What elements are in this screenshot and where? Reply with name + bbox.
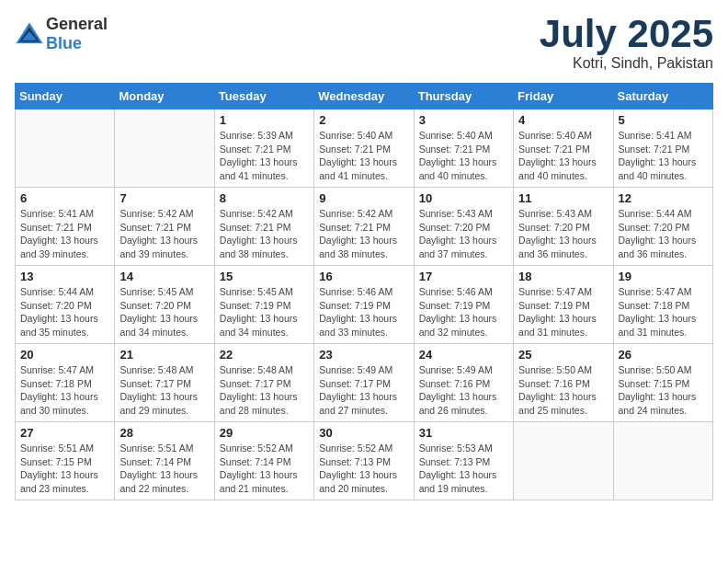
week-row-5: 27Sunrise: 5:51 AM Sunset: 7:15 PM Dayli…: [16, 422, 713, 500]
calendar-cell: 26Sunrise: 5:50 AM Sunset: 7:15 PM Dayli…: [613, 344, 712, 422]
day-number: 24: [419, 348, 508, 362]
day-detail: Sunrise: 5:43 AM Sunset: 7:20 PM Dayligh…: [419, 207, 508, 261]
day-detail: Sunrise: 5:45 AM Sunset: 7:19 PM Dayligh…: [220, 285, 309, 339]
day-detail: Sunrise: 5:43 AM Sunset: 7:20 PM Dayligh…: [518, 207, 608, 261]
day-number: 4: [518, 113, 608, 127]
day-detail: Sunrise: 5:48 AM Sunset: 7:17 PM Dayligh…: [220, 363, 309, 418]
calendar-cell: 15Sunrise: 5:45 AM Sunset: 7:19 PM Dayli…: [214, 266, 313, 344]
calendar-table: SundayMondayTuesdayWednesdayThursdayFrid…: [15, 83, 713, 500]
day-detail: Sunrise: 5:49 AM Sunset: 7:17 PM Dayligh…: [319, 363, 408, 418]
calendar-cell: 30Sunrise: 5:52 AM Sunset: 7:13 PM Dayli…: [314, 422, 414, 500]
calendar-cell: 5Sunrise: 5:41 AM Sunset: 7:21 PM Daylig…: [613, 109, 712, 188]
day-number: 25: [518, 348, 608, 362]
day-number: 12: [619, 191, 708, 205]
week-row-2: 6Sunrise: 5:41 AM Sunset: 7:21 PM Daylig…: [16, 188, 713, 266]
day-detail: Sunrise: 5:53 AM Sunset: 7:13 PM Dayligh…: [419, 442, 508, 496]
day-number: 9: [319, 191, 408, 205]
calendar-cell: 25Sunrise: 5:50 AM Sunset: 7:16 PM Dayli…: [514, 344, 613, 422]
day-detail: Sunrise: 5:52 AM Sunset: 7:13 PM Dayligh…: [319, 442, 408, 496]
page-header: General Blue July 2025 Kotri, Sindh, Pak…: [15, 15, 713, 72]
calendar-cell: [613, 422, 712, 500]
day-detail: Sunrise: 5:50 AM Sunset: 7:16 PM Dayligh…: [518, 363, 608, 418]
day-detail: Sunrise: 5:45 AM Sunset: 7:20 PM Dayligh…: [119, 285, 209, 339]
calendar-cell: 13Sunrise: 5:44 AM Sunset: 7:20 PM Dayli…: [16, 266, 115, 344]
calendar-cell: 23Sunrise: 5:49 AM Sunset: 7:17 PM Dayli…: [314, 344, 414, 422]
day-number: 15: [220, 270, 309, 283]
calendar-cell: 9Sunrise: 5:42 AM Sunset: 7:21 PM Daylig…: [314, 188, 414, 266]
calendar-cell: [16, 109, 115, 188]
calendar-cell: 27Sunrise: 5:51 AM Sunset: 7:15 PM Dayli…: [16, 422, 115, 500]
day-detail: Sunrise: 5:42 AM Sunset: 7:21 PM Dayligh…: [220, 207, 309, 261]
logo-icon: [15, 21, 44, 47]
day-number: 22: [220, 348, 309, 362]
day-detail: Sunrise: 5:39 AM Sunset: 7:21 PM Dayligh…: [220, 129, 309, 183]
day-detail: Sunrise: 5:41 AM Sunset: 7:21 PM Dayligh…: [619, 129, 708, 183]
day-number: 8: [220, 191, 309, 205]
day-number: 6: [20, 191, 109, 205]
day-detail: Sunrise: 5:40 AM Sunset: 7:21 PM Dayligh…: [518, 129, 608, 183]
day-number: 26: [619, 348, 708, 362]
day-number: 16: [319, 270, 408, 283]
day-detail: Sunrise: 5:41 AM Sunset: 7:21 PM Dayligh…: [20, 207, 109, 261]
month-year-title: July 2025: [540, 15, 713, 53]
calendar-cell: [514, 422, 613, 500]
day-number: 20: [20, 348, 109, 362]
day-number: 13: [20, 270, 109, 283]
day-detail: Sunrise: 5:42 AM Sunset: 7:21 PM Dayligh…: [119, 207, 209, 261]
logo: General Blue: [15, 15, 108, 53]
day-detail: Sunrise: 5:51 AM Sunset: 7:14 PM Dayligh…: [119, 442, 209, 496]
calendar-cell: 11Sunrise: 5:43 AM Sunset: 7:20 PM Dayli…: [514, 188, 613, 266]
logo-blue: Blue: [46, 34, 82, 52]
calendar-cell: 28Sunrise: 5:51 AM Sunset: 7:14 PM Dayli…: [115, 422, 214, 500]
day-number: 2: [319, 113, 408, 127]
day-number: 29: [220, 426, 309, 440]
calendar-cell: 24Sunrise: 5:49 AM Sunset: 7:16 PM Dayli…: [414, 344, 513, 422]
title-section: July 2025 Kotri, Sindh, Pakistan: [540, 15, 713, 72]
day-detail: Sunrise: 5:46 AM Sunset: 7:19 PM Dayligh…: [319, 285, 408, 339]
calendar-cell: 14Sunrise: 5:45 AM Sunset: 7:20 PM Dayli…: [115, 266, 214, 344]
day-header-friday: Friday: [514, 84, 613, 109]
day-detail: Sunrise: 5:48 AM Sunset: 7:17 PM Dayligh…: [119, 363, 209, 418]
day-number: 21: [119, 348, 209, 362]
day-detail: Sunrise: 5:47 AM Sunset: 7:18 PM Dayligh…: [619, 285, 708, 339]
day-number: 1: [220, 113, 309, 127]
day-number: 18: [518, 270, 608, 283]
day-number: 11: [518, 191, 608, 205]
calendar-cell: 8Sunrise: 5:42 AM Sunset: 7:21 PM Daylig…: [214, 188, 313, 266]
calendar-cell: 2Sunrise: 5:40 AM Sunset: 7:21 PM Daylig…: [314, 109, 414, 188]
day-detail: Sunrise: 5:40 AM Sunset: 7:21 PM Dayligh…: [419, 129, 508, 183]
day-detail: Sunrise: 5:49 AM Sunset: 7:16 PM Dayligh…: [419, 363, 508, 418]
day-detail: Sunrise: 5:42 AM Sunset: 7:21 PM Dayligh…: [319, 207, 408, 261]
day-number: 14: [119, 270, 209, 283]
day-number: 19: [619, 270, 708, 283]
calendar-cell: 16Sunrise: 5:46 AM Sunset: 7:19 PM Dayli…: [314, 266, 414, 344]
day-detail: Sunrise: 5:50 AM Sunset: 7:15 PM Dayligh…: [619, 363, 708, 418]
day-detail: Sunrise: 5:52 AM Sunset: 7:14 PM Dayligh…: [220, 442, 309, 496]
days-header-row: SundayMondayTuesdayWednesdayThursdayFrid…: [16, 84, 713, 109]
calendar-cell: 3Sunrise: 5:40 AM Sunset: 7:21 PM Daylig…: [414, 109, 513, 188]
calendar-cell: 20Sunrise: 5:47 AM Sunset: 7:18 PM Dayli…: [16, 344, 115, 422]
calendar-cell: 7Sunrise: 5:42 AM Sunset: 7:21 PM Daylig…: [115, 188, 214, 266]
day-number: 10: [419, 191, 508, 205]
day-detail: Sunrise: 5:47 AM Sunset: 7:18 PM Dayligh…: [20, 363, 109, 418]
day-number: 27: [20, 426, 109, 440]
day-detail: Sunrise: 5:51 AM Sunset: 7:15 PM Dayligh…: [20, 442, 109, 496]
day-header-monday: Monday: [115, 84, 214, 109]
calendar-cell: 19Sunrise: 5:47 AM Sunset: 7:18 PM Dayli…: [613, 266, 712, 344]
calendar-cell: 18Sunrise: 5:47 AM Sunset: 7:19 PM Dayli…: [514, 266, 613, 344]
calendar-cell: 17Sunrise: 5:46 AM Sunset: 7:19 PM Dayli…: [414, 266, 513, 344]
logo-general: General: [46, 15, 108, 33]
calendar-cell: 31Sunrise: 5:53 AM Sunset: 7:13 PM Dayli…: [414, 422, 513, 500]
day-header-saturday: Saturday: [613, 84, 712, 109]
day-number: 31: [419, 426, 508, 440]
calendar-cell: 22Sunrise: 5:48 AM Sunset: 7:17 PM Dayli…: [214, 344, 313, 422]
calendar-cell: [115, 109, 214, 188]
calendar-cell: 6Sunrise: 5:41 AM Sunset: 7:21 PM Daylig…: [16, 188, 115, 266]
day-number: 28: [119, 426, 209, 440]
day-number: 3: [419, 113, 508, 127]
day-header-sunday: Sunday: [16, 84, 115, 109]
week-row-1: 1Sunrise: 5:39 AM Sunset: 7:21 PM Daylig…: [16, 109, 713, 188]
calendar-cell: 12Sunrise: 5:44 AM Sunset: 7:20 PM Dayli…: [613, 188, 712, 266]
week-row-4: 20Sunrise: 5:47 AM Sunset: 7:18 PM Dayli…: [16, 344, 713, 422]
day-number: 17: [419, 270, 508, 283]
